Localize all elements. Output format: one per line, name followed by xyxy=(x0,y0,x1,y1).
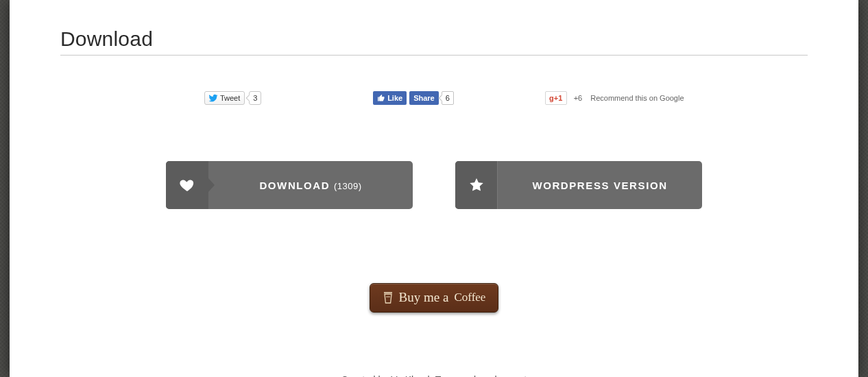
googleplus-recommend-text: Recommend this on Google xyxy=(590,94,684,102)
coffee-cup-icon xyxy=(383,291,394,304)
page-title: Download xyxy=(60,27,808,56)
twitter-icon xyxy=(208,93,218,103)
thumb-up-icon xyxy=(377,94,385,102)
coffee-prefix: Buy me a xyxy=(399,290,449,305)
google-plus-one: +1 xyxy=(554,94,563,102)
facebook-like-label: Like xyxy=(387,94,402,102)
facebook-cell: Like Share 6 xyxy=(323,91,503,105)
download-text: DOWNLOAD xyxy=(259,180,330,191)
credit-link[interactable]: bonchen.net xyxy=(474,374,527,377)
twitter-cell: Tweet 3 xyxy=(143,91,323,105)
download-button-icon-box xyxy=(166,161,208,209)
heart-icon xyxy=(179,177,195,193)
tweet-label: Tweet xyxy=(220,94,240,102)
facebook-count: 6 xyxy=(442,91,454,105)
googleplus-button[interactable]: g +1 xyxy=(545,91,567,105)
googleplus-count: +6 xyxy=(574,94,583,102)
credit-text: Created by Vu Khanh Truong - xyxy=(341,374,474,377)
buy-me-a-coffee-button[interactable]: Buy me a Coffee xyxy=(370,283,499,313)
social-share-row: Tweet 3 Like Share 6 g +1 xyxy=(60,91,808,105)
googleplus-cell: g +1 +6 Recommend this on Google xyxy=(504,91,725,105)
download-buttons-row: DOWNLOAD (1309) WORDPRESS VERSION xyxy=(60,161,808,209)
wordpress-button-icon-box xyxy=(455,161,498,209)
download-button[interactable]: DOWNLOAD (1309) xyxy=(166,161,413,209)
footer-credit: Created by Vu Khanh Truong - bonchen.net xyxy=(60,374,808,377)
tweet-button[interactable]: Tweet xyxy=(204,91,245,105)
tweet-count: 3 xyxy=(249,91,261,105)
coffee-suffix: Coffee xyxy=(454,291,485,304)
facebook-like-button[interactable]: Like xyxy=(373,91,407,105)
facebook-share-button[interactable]: Share xyxy=(409,91,439,105)
wordpress-button-label: WORDPRESS VERSION xyxy=(498,180,702,191)
wordpress-version-button[interactable]: WORDPRESS VERSION xyxy=(455,161,702,209)
svg-rect-0 xyxy=(384,292,392,293)
download-count: (1309) xyxy=(334,181,362,191)
google-g-icon: g xyxy=(549,94,554,102)
download-button-label: DOWNLOAD (1309) xyxy=(208,180,413,191)
star-icon xyxy=(468,177,485,193)
